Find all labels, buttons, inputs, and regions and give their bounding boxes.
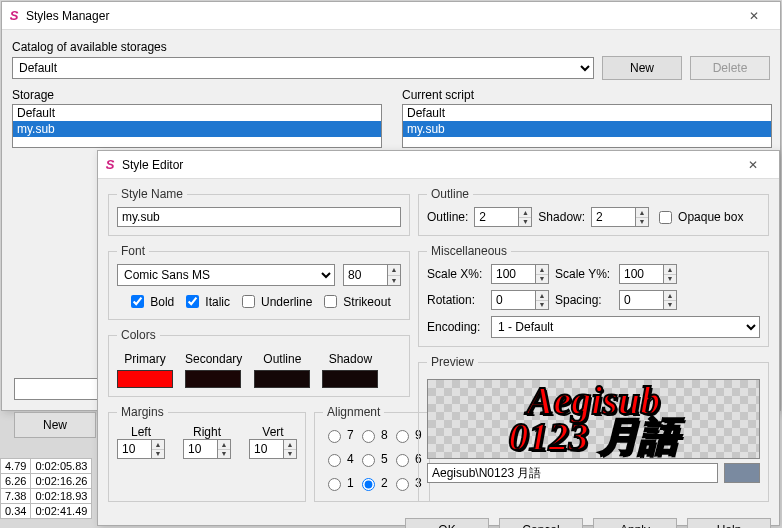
italic-checkbox[interactable]: Italic (182, 292, 230, 311)
alignment-group: Alignment 7 8 9 4 5 6 1 2 3 (314, 405, 430, 502)
shadow-color-swatch[interactable] (322, 370, 378, 388)
strikeout-checkbox[interactable]: Strikeout (320, 292, 390, 311)
dialog-button-row: OK Cancel Apply Help (98, 514, 779, 528)
list-item[interactable]: Default (403, 105, 771, 121)
ok-button[interactable]: OK (405, 518, 489, 528)
outline-group: Outline Outline: ▲▼ Shadow: ▲▼ Opaque bo… (418, 187, 769, 236)
alignment-4[interactable]: 4 (323, 449, 353, 469)
bold-checkbox[interactable]: Bold (127, 292, 174, 311)
misc-group: Miscellaneous Scale X%: ▲▼ Scale Y%: ▲▼ … (418, 244, 769, 347)
storage-listbox[interactable]: Default my.sub (12, 104, 382, 148)
current-script-label: Current script (402, 88, 772, 102)
scaley-spinner[interactable]: ▲▼ (619, 264, 677, 284)
chevron-up-icon[interactable]: ▲ (388, 265, 400, 276)
app-icon: S (6, 8, 22, 24)
underline-checkbox[interactable]: Underline (238, 292, 312, 311)
window-title: Styles Manager (22, 9, 732, 23)
titlebar: S Style Editor ✕ (98, 151, 779, 179)
encoding-select[interactable]: 1 - Default (491, 316, 760, 338)
preview-canvas: Aegisub 0123 月語 (427, 379, 760, 459)
close-icon[interactable]: ✕ (732, 3, 776, 29)
table-row: 7.380:02:18.93 (1, 489, 92, 504)
alignment-9[interactable]: 9 (391, 425, 421, 445)
alignment-8[interactable]: 8 (357, 425, 387, 445)
primary-color-swatch[interactable] (117, 370, 173, 388)
list-item[interactable]: my.sub (403, 121, 771, 137)
style-name-group: Style Name (108, 187, 410, 236)
storage-new-button[interactable]: New (14, 412, 96, 438)
outline-width-spinner[interactable]: ▲▼ (474, 207, 532, 227)
secondary-color-swatch[interactable] (185, 370, 241, 388)
font-family-select[interactable]: Comic Sans MS (117, 264, 335, 286)
catalog-new-button[interactable]: New (602, 56, 682, 80)
titlebar: S Styles Manager ✕ (2, 2, 780, 30)
table-row: 4.790:02:05.83 (1, 459, 92, 474)
opaque-box-checkbox[interactable]: Opaque box (655, 208, 743, 227)
colors-group: Colors Primary Secondary Outline Shadow (108, 328, 410, 397)
style-name-input[interactable] (117, 207, 401, 227)
style-editor-window: S Style Editor ✕ Style Name Font Comic S… (97, 150, 780, 526)
catalog-label: Catalog of available storages (12, 40, 770, 54)
margin-vert-spinner[interactable]: ▲▼ (249, 439, 297, 459)
preview-group: Preview Aegisub 0123 月語 (418, 355, 769, 502)
preview-text-input[interactable] (427, 463, 718, 483)
outline-color-swatch[interactable] (254, 370, 310, 388)
spacing-spinner[interactable]: ▲▼ (619, 290, 677, 310)
close-icon[interactable]: ✕ (731, 152, 775, 178)
preview-bg-swatch[interactable] (724, 463, 760, 483)
font-size-spinner[interactable]: ▲▼ (343, 264, 401, 286)
shadow-width-spinner[interactable]: ▲▼ (591, 207, 649, 227)
table-row: 0.340:02:41.49 (1, 504, 92, 519)
alignment-6[interactable]: 6 (391, 449, 421, 469)
rotation-spinner[interactable]: ▲▼ (491, 290, 549, 310)
list-item[interactable]: Default (13, 105, 381, 121)
margins-group: Margins Left ▲▼ Right ▲▼ Vert ▲▼ (108, 405, 306, 502)
margin-left-spinner[interactable]: ▲▼ (117, 439, 165, 459)
catalog-delete-button[interactable]: Delete (690, 56, 770, 80)
alignment-5[interactable]: 5 (357, 449, 387, 469)
scalex-spinner[interactable]: ▲▼ (491, 264, 549, 284)
alignment-3[interactable]: 3 (391, 473, 421, 493)
margin-right-spinner[interactable]: ▲▼ (183, 439, 231, 459)
chevron-down-icon[interactable]: ▼ (388, 276, 400, 286)
alignment-7[interactable]: 7 (323, 425, 353, 445)
alignment-1[interactable]: 1 (323, 473, 353, 493)
catalog-select[interactable]: Default (12, 57, 594, 79)
apply-button[interactable]: Apply (593, 518, 677, 528)
alignment-2[interactable]: 2 (357, 473, 387, 493)
cancel-button[interactable]: Cancel (499, 518, 583, 528)
timeline-fragment: 4.790:02:05.83 6.260:02:16.26 7.380:02:1… (0, 458, 92, 519)
app-icon: S (102, 157, 118, 173)
help-button[interactable]: Help (687, 518, 771, 528)
current-script-listbox[interactable]: Default my.sub (402, 104, 772, 148)
window-title: Style Editor (118, 158, 731, 172)
list-item[interactable]: my.sub (13, 121, 381, 137)
table-row: 6.260:02:16.26 (1, 474, 92, 489)
font-group: Font Comic Sans MS ▲▼ Bold Italic Underl… (108, 244, 410, 320)
storage-label: Storage (12, 88, 382, 102)
